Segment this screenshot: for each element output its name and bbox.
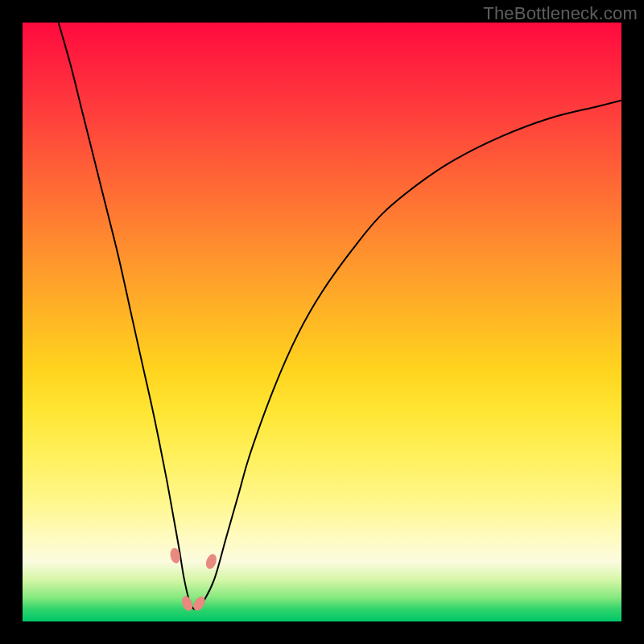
svg-point-2	[191, 594, 207, 613]
attribution-label: TheBottleneck.com	[483, 3, 638, 24]
bottleneck-curve	[59, 23, 621, 609]
svg-point-3	[204, 553, 218, 571]
svg-point-1	[180, 595, 194, 613]
plot-area	[23, 23, 621, 621]
curve-layer	[23, 23, 621, 621]
curve-marker	[191, 594, 207, 613]
curve-marker	[180, 595, 194, 613]
curve-marker	[204, 553, 218, 571]
chart-frame: TheBottleneck.com	[0, 0, 644, 644]
